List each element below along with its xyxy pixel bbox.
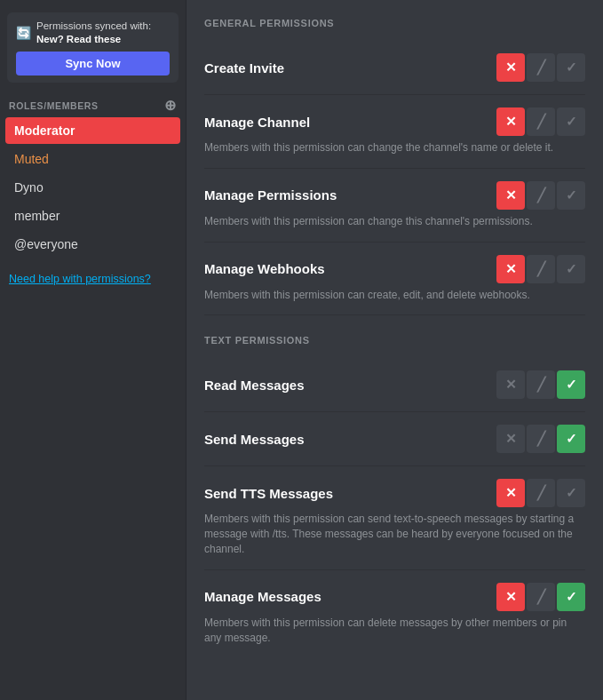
permission-desc-manage-webhooks: Members with this permission can create,… xyxy=(204,288,585,303)
sync-banner: 🔄 Permissions synced with: New? Read the… xyxy=(7,12,179,83)
sidebar: 🔄 Permissions synced with: New? Read the… xyxy=(0,0,186,700)
roles-section-label: ROLES/MEMBERS ⊕ xyxy=(0,88,186,116)
neutral-read-messages[interactable]: ╱ xyxy=(527,370,555,399)
permission-manage-webhooks: Manage Webhooks ✕ ╱ ✓ Members with this … xyxy=(204,243,585,316)
neutral-manage-webhooks[interactable]: ╱ xyxy=(527,255,555,283)
deny-manage-messages[interactable]: ✕ xyxy=(496,583,525,611)
allow-send-tts[interactable]: ✓ xyxy=(557,479,585,507)
deny-read-messages[interactable]: ✕ xyxy=(496,370,525,399)
neutral-send-tts[interactable]: ╱ xyxy=(527,479,555,507)
permission-manage-permissions: Manage Permissions ✕ ╱ ✓ Members with th… xyxy=(204,169,585,243)
permission-create-invite: Create Invite ✕ ╱ ✓ xyxy=(204,41,585,95)
toggle-group-send-tts: ✕ ╱ ✓ xyxy=(496,479,585,507)
permission-manage-messages: Manage Messages ✕ ╱ ✓ Members with this … xyxy=(204,570,585,658)
permission-send-messages: Send Messages ✕ ╱ ✓ xyxy=(204,412,585,466)
permission-manage-channel: Manage Channel ✕ ╱ ✓ Members with this p… xyxy=(204,95,585,169)
permission-name-send-tts: Send TTS Messages xyxy=(204,486,333,501)
allow-manage-webhooks[interactable]: ✓ xyxy=(557,255,585,283)
add-role-icon[interactable]: ⊕ xyxy=(164,99,177,113)
allow-manage-messages[interactable]: ✓ xyxy=(557,583,585,611)
permission-desc-manage-channel: Members with this permission can change … xyxy=(204,140,585,155)
sidebar-item-everyone[interactable]: @everyone xyxy=(5,231,180,258)
sidebar-item-dyno[interactable]: Dyno xyxy=(5,174,180,201)
toggle-group-send-messages: ✕ ╱ ✓ xyxy=(496,425,585,453)
permission-name-manage-messages: Manage Messages xyxy=(204,589,321,604)
allow-send-messages[interactable]: ✓ xyxy=(557,425,585,453)
toggle-group-read-messages: ✕ ╱ ✓ xyxy=(496,370,585,399)
permission-name-read-messages: Read Messages xyxy=(204,378,305,393)
sync-icon: 🔄 xyxy=(16,26,31,40)
allow-manage-permissions[interactable]: ✓ xyxy=(557,181,585,210)
sidebar-item-muted[interactable]: Muted xyxy=(5,146,180,172)
allow-read-messages[interactable]: ✓ xyxy=(557,370,585,399)
permission-desc-send-tts: Members with this permission can send te… xyxy=(204,512,585,556)
neutral-manage-permissions[interactable]: ╱ xyxy=(527,181,555,210)
neutral-manage-channel[interactable]: ╱ xyxy=(527,107,555,136)
deny-send-tts[interactable]: ✕ xyxy=(496,479,525,507)
toggle-group-create-invite: ✕ ╱ ✓ xyxy=(496,53,585,82)
permission-name-send-messages: Send Messages xyxy=(204,432,305,447)
permission-desc-manage-messages: Members with this permission can delete … xyxy=(204,616,585,646)
sidebar-item-moderator[interactable]: Moderator xyxy=(5,117,180,144)
main-content: GENERAL PERMISSIONS Create Invite ✕ ╱ ✓ … xyxy=(186,0,603,700)
deny-manage-webhooks[interactable]: ✕ xyxy=(496,255,525,283)
allow-manage-channel[interactable]: ✓ xyxy=(557,107,585,136)
general-section-header: GENERAL PERMISSIONS xyxy=(204,18,585,28)
permission-desc-manage-permissions: Members with this permission can change … xyxy=(204,214,585,229)
allow-create-invite[interactable]: ✓ xyxy=(557,53,585,82)
toggle-group-manage-channel: ✕ ╱ ✓ xyxy=(496,107,585,136)
neutral-create-invite[interactable]: ╱ xyxy=(527,53,555,82)
sync-now-button[interactable]: Sync Now xyxy=(16,52,170,76)
deny-send-messages[interactable]: ✕ xyxy=(496,425,525,453)
neutral-send-messages[interactable]: ╱ xyxy=(527,425,555,453)
toggle-group-manage-messages: ✕ ╱ ✓ xyxy=(496,583,585,611)
help-link[interactable]: Need help with permissions? xyxy=(0,259,186,292)
permission-send-tts: Send TTS Messages ✕ ╱ ✓ Members with thi… xyxy=(204,466,585,569)
permission-name-manage-channel: Manage Channel xyxy=(204,115,310,130)
neutral-manage-messages[interactable]: ╱ xyxy=(527,583,555,611)
deny-create-invite[interactable]: ✕ xyxy=(496,53,525,82)
sync-banner-text: Permissions synced with: New? Read these xyxy=(36,20,170,46)
deny-manage-permissions[interactable]: ✕ xyxy=(496,181,525,210)
deny-manage-channel[interactable]: ✕ xyxy=(496,107,525,136)
sync-banner-top: 🔄 Permissions synced with: New? Read the… xyxy=(16,20,170,46)
toggle-group-manage-webhooks: ✕ ╱ ✓ xyxy=(496,255,585,283)
sidebar-item-member[interactable]: member xyxy=(5,203,180,229)
permission-name-manage-permissions: Manage Permissions xyxy=(204,187,337,203)
toggle-group-manage-permissions: ✕ ╱ ✓ xyxy=(496,181,585,210)
permission-read-messages: Read Messages ✕ ╱ ✓ xyxy=(204,358,585,412)
text-section-header: TEXT PERMISSIONS xyxy=(204,335,585,346)
sync-link[interactable]: New? Read these xyxy=(36,34,121,44)
permission-name-manage-webhooks: Manage Webhooks xyxy=(204,261,325,276)
permission-name-create-invite: Create Invite xyxy=(204,60,284,76)
